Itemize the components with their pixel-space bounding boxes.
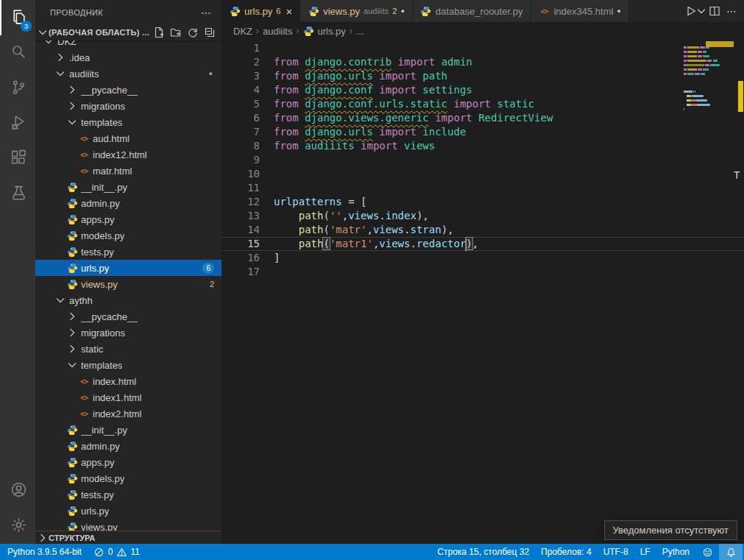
line-number: 14	[222, 223, 260, 237]
editor-pane[interactable]: 12from django.contrib import admin3from …	[222, 40, 744, 544]
tree-item-models.py[interactable]: models.py	[35, 227, 222, 244]
status-encoding[interactable]: UTF-8	[598, 544, 634, 560]
tab-urls.py[interactable]: urls.py6×	[222, 0, 300, 22]
code-line-15: 15 path('matr1',views.redactor),	[222, 237, 744, 251]
minimap[interactable]	[684, 40, 734, 116]
tree-item-apps.py[interactable]: apps.py	[35, 211, 222, 227]
outline-section-header[interactable]: СТРУКТУРА	[35, 531, 222, 544]
code-line-6: 6from django.views.generic import Redire…	[222, 111, 744, 125]
explorer-more-actions-icon[interactable]: ⋯	[201, 7, 211, 18]
tab-label: database_roouter.py	[436, 6, 523, 17]
tab-index345.html[interactable]: <>index345.html●	[531, 0, 628, 22]
tree-item-label: views.py	[81, 522, 118, 531]
close-icon[interactable]: ×	[286, 6, 292, 17]
tree-item-index1.html[interactable]: <>index1.html	[35, 389, 222, 405]
new-file-icon	[153, 26, 165, 38]
tree-item-__pycache__[interactable]: __pycache__	[35, 308, 222, 325]
tree-item-audiiits[interactable]: audiiits●	[35, 65, 222, 82]
breadcrumb-item-urls.py[interactable]: urls.py	[302, 25, 345, 37]
tree-item-tests.py[interactable]: tests.py	[35, 486, 222, 503]
status-notifications-bell[interactable]	[719, 544, 743, 560]
code-token: views	[404, 140, 435, 152]
extensions-icon	[10, 149, 28, 170]
tree-item-admin.py[interactable]: admin.py	[35, 195, 222, 211]
tree-item-tests.py[interactable]: tests.py	[35, 244, 222, 260]
tree-item-label: apps.py	[81, 214, 115, 225]
status-language-mode[interactable]: Python	[656, 544, 695, 560]
activity-bar-item-explorer[interactable]: 3	[0, 0, 35, 35]
activity-bar-item-source-control[interactable]	[0, 71, 35, 106]
new-folder-button[interactable]	[169, 25, 183, 40]
tree-item-DKZ[interactable]: DKZ	[35, 40, 222, 49]
code-token: 'matr1'	[330, 238, 373, 249]
tree-item-aud.html[interactable]: <>aud.html	[35, 130, 222, 146]
code-token: (	[323, 210, 329, 221]
tree-item-views.py[interactable]: views.py2	[35, 276, 222, 292]
tree-item-static[interactable]: static	[35, 341, 222, 357]
status-eol[interactable]: LF	[634, 544, 656, 560]
tree-item-matr.html[interactable]: <>matr.html	[35, 163, 222, 179]
chevron-down-icon	[54, 68, 66, 79]
tree-item-label: matr.html	[93, 166, 132, 177]
code-token	[429, 112, 435, 124]
code-token: import	[398, 56, 436, 68]
activity-bar-item-accounts[interactable]	[0, 473, 35, 508]
status-feedback[interactable]	[695, 544, 719, 560]
code-line-16: 16]	[222, 251, 744, 265]
line-number: 5	[222, 97, 260, 111]
code-token	[355, 196, 361, 208]
tree-item-.idea[interactable]: .idea	[35, 49, 222, 65]
activity-bar-item-settings[interactable]	[0, 508, 35, 544]
status-indentation[interactable]: Пробелов: 4	[535, 544, 598, 560]
breadcrumb-item-DKZ[interactable]: DKZ	[233, 26, 252, 37]
tree-item-views.py[interactable]: views.py	[35, 519, 222, 531]
tree-item-aythh[interactable]: aythh	[35, 292, 222, 308]
tree-item-urls.py[interactable]: urls.py6	[35, 260, 222, 276]
activity-bar-bottom	[0, 473, 35, 544]
refresh-button[interactable]	[185, 25, 200, 40]
code-token: django.conf.urls.static	[305, 98, 447, 110]
status-label: UTF-8	[603, 547, 628, 557]
code-line-13: 13 path('',views.index),	[222, 209, 744, 223]
run-dropdown-button[interactable]	[697, 3, 706, 19]
status-cursor-position[interactable]: Строка 15, столбец 32	[431, 544, 535, 560]
breadcrumb-item-...[interactable]: ...	[356, 26, 364, 37]
tree-item-apps.py[interactable]: apps.py	[35, 454, 222, 470]
breadcrumb-item-audiiits[interactable]: audiiits	[263, 26, 292, 37]
chevron-down-icon	[66, 116, 78, 128]
activity-bar-item-testing[interactable]	[0, 177, 35, 212]
activity-bar-item-search[interactable]	[0, 35, 35, 71]
tree-item-templates[interactable]: templates	[35, 357, 222, 373]
collapse-all-button[interactable]	[202, 25, 217, 40]
tree-item-migrations[interactable]: migrations	[35, 98, 222, 114]
tree-item-__pycache__[interactable]: __pycache__	[35, 82, 222, 98]
activity-bar-item-run-debug[interactable]	[0, 106, 35, 141]
code-area[interactable]: 12from django.contrib import admin3from …	[222, 41, 744, 279]
code-token	[355, 140, 361, 152]
workspace-section-header[interactable]: (РАБОЧАЯ ОБЛАСТЬ) ...	[35, 24, 222, 40]
tree-item-templates[interactable]: templates	[35, 114, 222, 130]
status-python-interpreter[interactable]: Python 3.9.5 64-bit	[1, 544, 88, 560]
chevron-right-icon	[66, 311, 78, 322]
tree-item-index2.html[interactable]: <>index2.html	[35, 405, 222, 422]
status-problems[interactable]: 011	[88, 544, 146, 560]
tree-item-migrations[interactable]: migrations	[35, 325, 222, 341]
line-content: from django.urls import include	[274, 125, 466, 139]
tree-item-urls.py[interactable]: urls.py	[35, 503, 222, 519]
tree-item-__init__.py[interactable]: __init__.py	[35, 422, 222, 438]
line-content: path('matr',views.stran),	[274, 223, 454, 237]
html-icon: <>	[78, 165, 90, 177]
tree-item-index.html[interactable]: <>index.html	[35, 373, 222, 389]
tab-views.py[interactable]: views.pyaudiiits2●	[300, 0, 413, 22]
dirty-dot: ●	[400, 7, 404, 15]
split-editor-button[interactable]	[706, 3, 723, 19]
more-actions-button[interactable]: ⋯	[723, 3, 740, 19]
tab-database_roouter.py[interactable]: database_roouter.py	[413, 0, 531, 22]
tree-item-admin.py[interactable]: admin.py	[35, 438, 222, 454]
tree-item-index12.html[interactable]: <>index12.html	[35, 146, 222, 163]
status-label: Пробелов: 4	[541, 547, 592, 557]
activity-bar-item-extensions[interactable]	[0, 141, 35, 177]
tree-item-__init__.py[interactable]: __init__.py	[35, 179, 222, 195]
tree-item-models.py[interactable]: models.py	[35, 470, 222, 486]
new-file-button[interactable]	[152, 25, 166, 40]
